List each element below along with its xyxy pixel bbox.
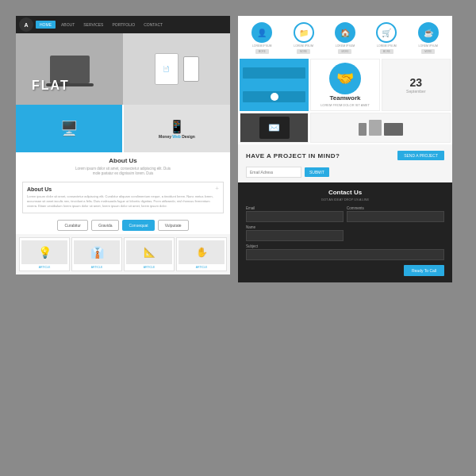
project-input-row: SUBMIT bbox=[238, 167, 452, 182]
nav-services[interactable]: SERVICES bbox=[80, 21, 106, 29]
nav-logo: A bbox=[19, 17, 33, 32]
action-buttons: Curabitur Gravida Consequat Vulputate bbox=[16, 217, 230, 234]
portfolio-item-4: ✋ ARTICLE bbox=[176, 237, 227, 271]
subject-input[interactable] bbox=[246, 249, 444, 260]
project-email-input[interactable] bbox=[246, 167, 301, 178]
name-label: Name bbox=[246, 225, 344, 229]
port-img-2: 👔 bbox=[74, 240, 120, 264]
port-label-2: ARTICLE bbox=[91, 266, 103, 269]
tw-devices-cell bbox=[310, 113, 451, 143]
portfolio-item-1: 💡 ARTICLE bbox=[19, 237, 70, 271]
service-btn-4[interactable]: MORE bbox=[380, 49, 393, 54]
email-input[interactable] bbox=[246, 211, 344, 222]
name-field-group: Name bbox=[246, 225, 344, 241]
btn-curabitur[interactable]: Curabitur bbox=[57, 220, 88, 231]
grid-blue-desk: 🖥️ bbox=[16, 105, 122, 152]
nav-portfolio[interactable]: PORTFOLIO bbox=[109, 21, 138, 29]
comments-label: Comments bbox=[347, 206, 444, 210]
money-label: Money Web Design bbox=[159, 134, 195, 139]
comments-input[interactable] bbox=[347, 211, 444, 222]
about-card: About Us + Lorem ipsum dolor sit amet, c… bbox=[22, 182, 224, 213]
nav-about[interactable]: ABOUT bbox=[58, 21, 78, 29]
nav-contact[interactable]: CONTACT bbox=[140, 21, 166, 29]
teamwork-title: Teamwork bbox=[330, 94, 361, 102]
port-img-3: 📐 bbox=[126, 240, 172, 264]
port-label-4: ARTICLE bbox=[196, 266, 208, 269]
btn-consequat[interactable]: Consequat bbox=[122, 220, 154, 231]
nav-home[interactable]: HOME bbox=[36, 21, 56, 29]
port-img-1: 💡 bbox=[21, 240, 67, 264]
tw-calendar-cell: 23 September bbox=[382, 59, 451, 111]
comments-field-group: Comments bbox=[347, 206, 444, 222]
btn-gravida[interactable]: Gravida bbox=[91, 220, 120, 231]
teamwork-sub: LOREM FROM DOLOR SIT AMET bbox=[321, 103, 370, 107]
submit-btn-row: Ready To Call bbox=[246, 265, 444, 276]
service-4: 🛒 LOREM IPSUM MORE bbox=[376, 22, 397, 54]
calendar-number: 23 bbox=[410, 76, 423, 89]
subject-label: Subject bbox=[246, 244, 444, 248]
project-banner: HAVE A PROJECT IN MIND? SEND A PROJECT bbox=[238, 144, 452, 167]
service-btn-5[interactable]: MORE bbox=[421, 49, 435, 54]
tw-teamwork-cell: 🤝 Teamwork LOREM FROM DOLOR SIT AMET bbox=[310, 59, 379, 111]
service-circle-3: 🏠 bbox=[335, 22, 355, 43]
portfolio-item-2: 👔 ARTICLE bbox=[71, 237, 122, 271]
tw-blue-cell bbox=[240, 59, 309, 111]
left-panel: A HOME ABOUT SERVICES PORTFOLIO CONTACT … bbox=[16, 16, 230, 274]
service-3: 🏠 LOREM IPSUM MORE bbox=[335, 22, 355, 54]
empty-field bbox=[347, 225, 444, 241]
light-bulb-icon: 💡 bbox=[38, 246, 52, 259]
name-input[interactable] bbox=[246, 230, 344, 241]
project-title: HAVE A PROJECT IN MIND? bbox=[246, 152, 340, 159]
contact-form: Email Comments Name Subject Ready T bbox=[246, 206, 444, 276]
project-submit-btn[interactable]: SUBMIT bbox=[305, 167, 329, 177]
blue-circle bbox=[271, 93, 278, 101]
service-label-1: LOREM IPSUM bbox=[252, 44, 272, 48]
hand-icon: ✋ bbox=[196, 247, 208, 258]
port-label-3: ARTICLE bbox=[144, 266, 155, 269]
service-label-5: LOREM IPSUM bbox=[418, 44, 438, 48]
hero-right: 📄 bbox=[123, 33, 230, 105]
about-card-title: About Us bbox=[27, 186, 52, 192]
about-subtext: Lorem ipsum dolor sit amet, consectetur … bbox=[16, 167, 230, 180]
service-btn-3[interactable]: MORE bbox=[338, 49, 351, 54]
email-field-group: Email bbox=[246, 206, 344, 222]
service-circle-4: 🛒 bbox=[376, 22, 397, 43]
port-img-4: ✋ bbox=[178, 240, 225, 264]
person-icon: 👔 bbox=[90, 246, 104, 259]
teamwork-grid: 🤝 Teamwork LOREM FROM DOLOR SIT AMET 23 … bbox=[238, 57, 452, 144]
service-label-4: LOREM IPSUM bbox=[377, 44, 397, 48]
subject-field-group: Subject bbox=[246, 244, 444, 260]
hero-section: 📄 FLAT bbox=[16, 33, 230, 105]
service-label-3: LOREM IPSUM bbox=[336, 44, 355, 48]
grid-gray-tablet: 📱 Money Web Design bbox=[124, 105, 230, 152]
portfolio-strip: 💡 ARTICLE 👔 ARTICLE 📐 ARTICLE ✋ bbox=[16, 234, 230, 274]
hero-left bbox=[16, 33, 123, 105]
port-label-1: ARTICLE bbox=[39, 266, 51, 269]
contact-submit-btn[interactable]: Ready To Call bbox=[404, 265, 444, 276]
service-btn-1[interactable]: MORE bbox=[255, 49, 269, 54]
chart-icon: 📐 bbox=[144, 247, 155, 258]
calendar-label: September bbox=[406, 89, 425, 94]
contact-section: Contact Us GOT AN IDEA? DROP US A LINE E… bbox=[238, 182, 452, 282]
feature-grid: 🖥️ 📱 Money Web Design bbox=[16, 105, 230, 152]
service-2: 📁 LOREM IPSUM MORE bbox=[294, 22, 314, 54]
contact-title: Contact Us bbox=[246, 189, 444, 196]
tablet-device bbox=[369, 120, 382, 136]
meeting-icon: 🤝 bbox=[329, 63, 361, 94]
service-circle-5: ☕ bbox=[418, 22, 439, 43]
devices-group bbox=[359, 120, 403, 136]
logo-letter: A bbox=[24, 22, 28, 28]
project-btn[interactable]: SEND A PROJECT bbox=[397, 151, 444, 160]
hero-text: FLAT bbox=[32, 79, 70, 93]
btn-vulputate[interactable]: Vulputate bbox=[158, 220, 189, 231]
email-card: ✉️ bbox=[259, 117, 290, 139]
service-label-2: LOREM IPSUM bbox=[294, 44, 313, 48]
service-1: 👤 LOREM IPSUM MORE bbox=[251, 22, 272, 54]
about-card-corner: + bbox=[215, 185, 219, 192]
portfolio-item-3: 📐 ARTICLE bbox=[124, 237, 175, 271]
laptop-device bbox=[384, 123, 403, 136]
email-icon: ✉️ bbox=[268, 122, 280, 133]
navbar: A HOME ABOUT SERVICES PORTFOLIO CONTACT bbox=[16, 16, 230, 33]
hero-overlay: 📄 bbox=[16, 33, 230, 105]
service-btn-2[interactable]: MORE bbox=[297, 49, 310, 54]
